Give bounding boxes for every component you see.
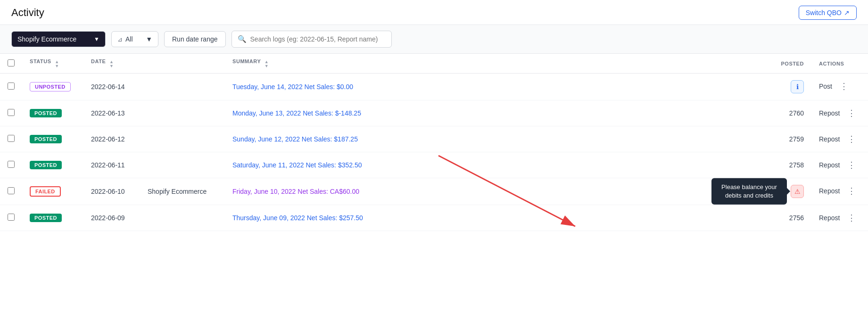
shop-dropdown[interactable]: Shopify Ecommerce ▼	[11, 31, 106, 47]
row-checkbox[interactable]	[8, 187, 15, 194]
status-badge: POSTED	[30, 109, 62, 117]
summary-cell: Saturday, June 11, 2022 Net Sales: $352.…	[225, 152, 764, 178]
date-cell: 2022-06-10	[83, 178, 140, 205]
switch-qbo-button[interactable]: Switch QBO ↗	[799, 6, 857, 20]
source-cell	[140, 205, 225, 231]
page-title: Activity	[11, 7, 44, 19]
row-checkbox-cell	[0, 178, 22, 205]
table-row: POSTED2022-06-12Sunday, June 12, 2022 Ne…	[0, 126, 868, 152]
posted-cell: 2760	[764, 100, 811, 126]
source-cell	[140, 126, 225, 152]
chevron-down-icon: ▼	[94, 36, 99, 42]
posted-cell: Please balance your debits and credits⚠	[764, 178, 811, 205]
posted-cell: ℹ	[764, 74, 811, 100]
actions-cell: Repost⋮	[811, 205, 868, 231]
more-actions-button[interactable]: ⋮	[836, 80, 852, 92]
row-checkbox-cell	[0, 126, 22, 152]
row-checkbox[interactable]	[8, 109, 15, 116]
repost-button[interactable]: Repost	[819, 109, 840, 117]
warning-icon-button[interactable]: ⚠	[791, 185, 804, 198]
more-actions-button[interactable]: ⋮	[843, 133, 860, 145]
status-badge: UNPOSTED	[30, 82, 71, 91]
summary-link[interactable]: Thursday, June 09, 2022 Net Sales: $257.…	[232, 214, 363, 222]
shop-dropdown-label: Shopify Ecommerce	[17, 35, 76, 43]
search-box: 🔍	[231, 31, 392, 48]
run-date-range-button[interactable]: Run date range	[164, 31, 226, 47]
more-actions-button[interactable]: ⋮	[843, 185, 860, 197]
table-row: UNPOSTED2022-06-14Tuesday, June 14, 2022…	[0, 74, 868, 100]
date-cell: 2022-06-12	[83, 126, 140, 152]
table-row: POSTED2022-06-13Monday, June 13, 2022 Ne…	[0, 100, 868, 126]
repost-button[interactable]: Repost	[819, 135, 840, 143]
th-posted: POSTED	[764, 54, 811, 74]
row-checkbox-cell	[0, 74, 22, 100]
chevron-down-icon: ▼	[146, 35, 152, 43]
date-cell: 2022-06-09	[83, 205, 140, 231]
summary-link[interactable]: Friday, June 10, 2022 Net Sales: CA$60.0…	[232, 188, 359, 195]
sort-arrows-summary: ▲▼	[265, 60, 269, 68]
table-row: POSTED2022-06-09Thursday, June 09, 2022 …	[0, 205, 868, 231]
more-actions-button[interactable]: ⋮	[843, 107, 860, 119]
filter-icon: ⊿	[117, 36, 123, 43]
row-checkbox[interactable]	[8, 161, 15, 168]
repost-button[interactable]: Repost	[819, 187, 840, 195]
search-icon: 🔍	[238, 35, 247, 43]
warning-tooltip-container: Please balance your debits and credits⚠	[791, 185, 804, 198]
summary-link[interactable]: Monday, June 13, 2022 Net Sales: $-148.2…	[232, 109, 361, 117]
sort-arrows-date: ▲▼	[109, 60, 114, 68]
select-all-checkbox[interactable]	[8, 59, 15, 66]
select-all-header[interactable]	[0, 54, 22, 74]
date-cell: 2022-06-14	[83, 74, 140, 100]
page-header: Activity Switch QBO ↗	[0, 0, 868, 25]
date-cell: 2022-06-11	[83, 152, 140, 178]
row-checkbox-cell	[0, 205, 22, 231]
status-cell: POSTED	[22, 100, 83, 126]
actions-cell: Repost⋮	[811, 100, 868, 126]
summary-cell: Sunday, June 12, 2022 Net Sales: $187.25	[225, 126, 764, 152]
status-cell: UNPOSTED	[22, 74, 83, 100]
status-badge: POSTED	[30, 161, 62, 169]
status-cell: POSTED	[22, 205, 83, 231]
search-input[interactable]	[250, 35, 386, 43]
summary-link[interactable]: Sunday, June 12, 2022 Net Sales: $187.25	[232, 135, 358, 143]
source-cell	[140, 74, 225, 100]
source-cell: Shopify Ecommerce	[140, 178, 225, 205]
table-header: STATUS ▲▼ DATE ▲▼ SUMMARY ▲▼ POSTED ACTI…	[0, 54, 868, 74]
status-badge: POSTED	[30, 214, 62, 222]
repost-button[interactable]: Repost	[819, 214, 840, 222]
th-status[interactable]: STATUS ▲▼	[22, 54, 83, 74]
row-checkbox[interactable]	[8, 83, 15, 90]
actions-cell: Repost⋮	[811, 178, 868, 204]
toolbar: Shopify Ecommerce ▼ ⊿ All ▼ Run date ran…	[0, 25, 868, 54]
status-cell: FAILED	[22, 178, 83, 205]
row-checkbox-cell	[0, 152, 22, 178]
info-icon-button[interactable]: ℹ	[791, 80, 804, 93]
switch-qbo-label: Switch QBO	[806, 9, 842, 17]
table-body: UNPOSTED2022-06-14Tuesday, June 14, 2022…	[0, 74, 868, 231]
activity-table: STATUS ▲▼ DATE ▲▼ SUMMARY ▲▼ POSTED ACTI…	[0, 54, 868, 231]
sort-arrows-status: ▲▼	[55, 60, 59, 68]
more-actions-button[interactable]: ⋮	[843, 212, 860, 224]
actions-cell: Repost⋮	[811, 126, 868, 152]
post-button[interactable]: Post	[819, 83, 832, 90]
summary-cell: Thursday, June 09, 2022 Net Sales: $257.…	[225, 205, 764, 231]
th-summary[interactable]: SUMMARY ▲▼	[225, 54, 764, 74]
row-checkbox[interactable]	[8, 214, 15, 221]
summary-cell: Tuesday, June 14, 2022 Net Sales: $0.00	[225, 74, 764, 100]
filter-label: All	[125, 35, 133, 43]
date-cell: 2022-06-13	[83, 100, 140, 126]
th-date[interactable]: DATE ▲▼	[83, 54, 140, 74]
summary-cell: Monday, June 13, 2022 Net Sales: $-148.2…	[225, 100, 764, 126]
th-actions: ACTIONS	[811, 54, 868, 74]
summary-link[interactable]: Saturday, June 11, 2022 Net Sales: $352.…	[232, 161, 362, 169]
row-checkbox[interactable]	[8, 135, 15, 142]
status-cell: POSTED	[22, 126, 83, 152]
external-link-icon: ↗	[844, 9, 850, 17]
posted-cell: 2756	[764, 205, 811, 231]
source-cell	[140, 152, 225, 178]
repost-button[interactable]: Repost	[819, 161, 840, 169]
filter-dropdown[interactable]: ⊿ All ▼	[111, 31, 158, 47]
more-actions-button[interactable]: ⋮	[843, 159, 860, 171]
activity-table-container: STATUS ▲▼ DATE ▲▼ SUMMARY ▲▼ POSTED ACTI…	[0, 54, 868, 231]
summary-link[interactable]: Tuesday, June 14, 2022 Net Sales: $0.00	[232, 83, 353, 91]
